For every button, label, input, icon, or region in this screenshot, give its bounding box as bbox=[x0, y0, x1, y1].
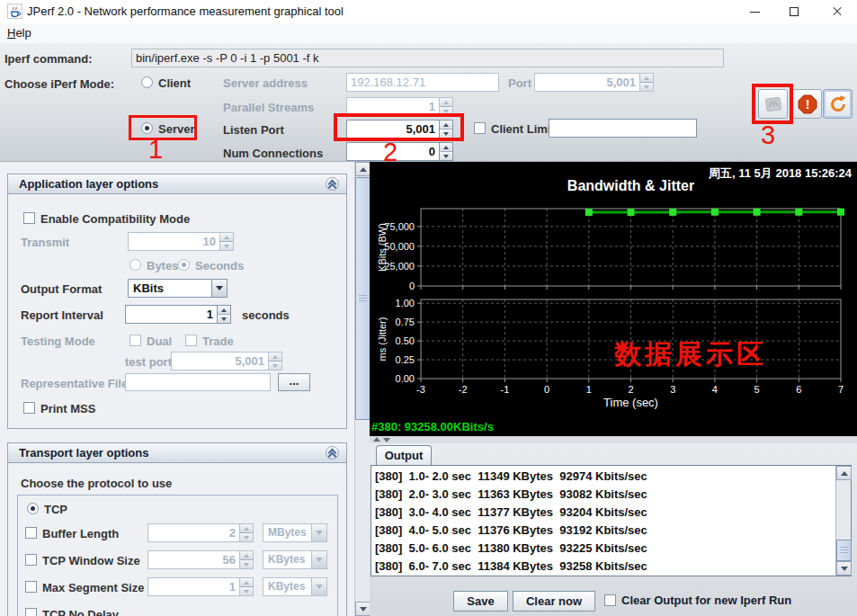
tcp-window-spinner: 56 bbox=[147, 550, 254, 569]
svg-text:-1: -1 bbox=[501, 384, 510, 395]
combo-arrow-icon bbox=[311, 578, 326, 595]
arrow-up-icon bbox=[360, 167, 367, 172]
tcp-window-unit: KBytes bbox=[263, 551, 311, 568]
svg-text:3: 3 bbox=[670, 384, 675, 395]
divider-up-icon[interactable] bbox=[373, 437, 380, 442]
close-icon bbox=[832, 6, 843, 17]
minimize-button[interactable] bbox=[739, 0, 770, 23]
svg-text:0.50: 0.50 bbox=[396, 335, 415, 346]
spin-down-icon[interactable] bbox=[440, 152, 452, 160]
collapse-icon[interactable] bbox=[326, 446, 339, 460]
browse-button[interactable]: ... bbox=[278, 373, 310, 391]
output-line: [380] 3.0- 4.0 sec 11377 KBytes 93204 Kb… bbox=[375, 504, 835, 522]
menu-help[interactable]: Help bbox=[7, 26, 31, 40]
transport-layer-panel: Transport layer options Choose the proto… bbox=[7, 442, 347, 616]
tcp-label[interactable]: TCP bbox=[44, 503, 67, 516]
test-port-spinner: 5,001 bbox=[171, 352, 282, 370]
application-layer-header[interactable]: Application layer options bbox=[8, 174, 346, 194]
client-radio-label[interactable]: Client bbox=[158, 76, 191, 90]
clear-output-label[interactable]: Clear Output for new Iperf Run bbox=[621, 594, 791, 607]
client-limit-checkbox[interactable] bbox=[474, 122, 486, 134]
divider-down-icon[interactable] bbox=[383, 438, 390, 442]
output-format-combo[interactable]: KBits bbox=[128, 279, 228, 298]
num-connections-spinner[interactable]: 0 bbox=[346, 142, 453, 161]
max-segment-label[interactable]: Max Segment Size bbox=[42, 581, 144, 594]
scroll-up-button[interactable] bbox=[355, 162, 370, 176]
scroll-down-button[interactable] bbox=[355, 602, 370, 616]
testing-mode-label: Testing Mode bbox=[21, 335, 95, 348]
application-layer-title: Application layer options bbox=[19, 177, 158, 191]
spin-up-icon[interactable] bbox=[218, 306, 230, 315]
options-scrollbar[interactable] bbox=[354, 162, 370, 616]
output-scroll-thumb[interactable] bbox=[836, 540, 852, 561]
report-interval-value[interactable]: 1 bbox=[126, 306, 217, 323]
bytes-label: Bytes bbox=[147, 259, 178, 272]
output-line: [380] 5.0- 6.0 sec 11380 KBytes 93225 Kb… bbox=[375, 540, 835, 558]
chart-legend: #380: 93258.00KBits/s bbox=[371, 420, 494, 433]
transmit-label: Transmit bbox=[21, 236, 69, 249]
spin-up-icon bbox=[220, 233, 233, 242]
collapse-icon[interactable] bbox=[326, 177, 339, 191]
spin-up-icon[interactable] bbox=[440, 143, 452, 152]
spin-down-icon bbox=[240, 533, 253, 541]
annotation-data-area: 数据展示区 bbox=[614, 336, 767, 373]
max-segment-unit-combo: KBytes bbox=[263, 577, 327, 596]
maximize-button[interactable] bbox=[779, 0, 809, 23]
annotation-box-run-button bbox=[752, 84, 793, 124]
compatibility-label[interactable]: Enable Compatibility Mode bbox=[40, 212, 190, 226]
print-mss-checkbox[interactable] bbox=[23, 402, 35, 414]
transport-layer-header[interactable]: Transport layer options bbox=[8, 443, 346, 463]
spin-down-icon bbox=[240, 560, 253, 568]
close-button[interactable] bbox=[822, 0, 853, 23]
spin-down-icon[interactable] bbox=[218, 315, 230, 323]
spin-up-icon bbox=[240, 578, 253, 587]
client-limit-label[interactable]: Client Limit bbox=[491, 122, 555, 136]
listen-port-label: Listen Port bbox=[223, 123, 284, 137]
buffer-length-spinner: 2 bbox=[147, 523, 254, 542]
save-button[interactable]: Save bbox=[453, 591, 508, 612]
combo-arrow-icon[interactable] bbox=[211, 280, 227, 297]
print-mss-label[interactable]: Print MSS bbox=[40, 402, 95, 415]
output-lines[interactable]: [380] 1.0- 2.0 sec 11349 KBytes 92974 Kb… bbox=[371, 466, 835, 576]
iperf-command-field[interactable]: bin/iperf.exe -s -P 0 -i 1 -p 5001 -f k bbox=[131, 49, 724, 67]
compatibility-checkbox[interactable] bbox=[23, 212, 35, 224]
tcp-no-delay-label[interactable]: TCP No Delay bbox=[42, 608, 119, 616]
output-textarea[interactable]: [380] 1.0- 2.0 sec 11349 KBytes 92974 Kb… bbox=[370, 465, 852, 576]
split-divider[interactable] bbox=[370, 436, 857, 443]
dual-label: Dual bbox=[147, 335, 172, 348]
spin-down-icon bbox=[220, 242, 233, 250]
application-layer-panel: Application layer options Enable Compati… bbox=[7, 174, 347, 429]
stop-iperf-button[interactable]: ! bbox=[792, 89, 822, 119]
minimize-icon bbox=[750, 12, 760, 13]
menu-bar: Help bbox=[0, 23, 857, 43]
clear-output-checkbox[interactable] bbox=[604, 594, 616, 606]
client-limit-field[interactable] bbox=[549, 119, 697, 138]
output-scroll-down[interactable] bbox=[836, 561, 852, 576]
tab-output[interactable]: Output bbox=[376, 445, 432, 465]
time-axis-label: Time (sec) bbox=[421, 396, 841, 409]
num-connections-label: Num Connections bbox=[223, 147, 323, 160]
output-scrollbar[interactable] bbox=[835, 466, 851, 576]
tcp-no-delay-checkbox[interactable] bbox=[25, 608, 37, 616]
scrollbar-thumb[interactable] bbox=[355, 177, 370, 420]
tcp-window-label[interactable]: TCP Window Size bbox=[42, 554, 140, 567]
max-segment-unit: KBytes bbox=[263, 578, 311, 595]
chart-panel: 025,00050,00075,0000.000.250.500.751.00-… bbox=[370, 162, 857, 436]
tcp-window-checkbox[interactable] bbox=[25, 554, 37, 566]
max-segment-checkbox[interactable] bbox=[25, 581, 37, 593]
report-interval-unit: seconds bbox=[242, 308, 290, 322]
restart-iperf-button[interactable] bbox=[823, 89, 853, 119]
clear-now-button[interactable]: Clear now bbox=[513, 591, 595, 612]
tcp-radio[interactable] bbox=[27, 503, 39, 514]
output-line: [380] 4.0- 5.0 sec 11376 KBytes 93192 Kb… bbox=[375, 522, 835, 540]
buffer-length-checkbox[interactable] bbox=[25, 527, 37, 539]
output-scroll-up[interactable] bbox=[836, 466, 852, 480]
client-radio[interactable] bbox=[141, 76, 153, 88]
output-line: [380] 6.0- 7.0 sec 11384 KBytes 93258 Kb… bbox=[375, 558, 835, 576]
report-interval-spinner[interactable]: 1 bbox=[125, 305, 231, 324]
svg-text:50,000: 50,000 bbox=[384, 241, 415, 252]
svg-text:0.25: 0.25 bbox=[396, 354, 415, 365]
port-label: Port bbox=[508, 76, 531, 90]
spin-down-icon bbox=[640, 83, 653, 91]
buffer-length-label[interactable]: Buffer Length bbox=[42, 527, 119, 540]
